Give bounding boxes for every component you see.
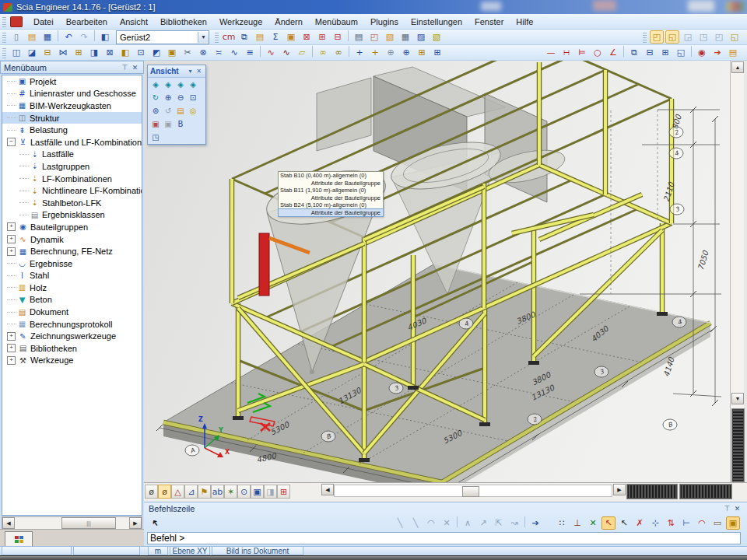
cut-icon[interactable]: ✂ bbox=[181, 46, 195, 59]
crossing-snap-icon[interactable]: ✕ bbox=[586, 516, 600, 530]
undo-icon[interactable]: ↶ bbox=[61, 30, 75, 44]
model-params-icon[interactable]: ⊙ bbox=[237, 485, 251, 499]
percentage-snap-icon[interactable]: ⇅ bbox=[664, 516, 678, 530]
rendered-toggle-icon[interactable]: ø bbox=[158, 485, 171, 499]
grid-points-snap-icon[interactable]: ∷ bbox=[555, 516, 569, 530]
snap-line-icon[interactable]: ╲ bbox=[393, 516, 407, 530]
frame-table-icon[interactable]: ⊞ bbox=[315, 30, 329, 44]
rotation-slider-horizontal-2[interactable] bbox=[679, 484, 732, 499]
rotate-view-icon[interactable]: ↻ bbox=[149, 92, 162, 103]
menu-fenster[interactable]: Fenster bbox=[468, 14, 510, 30]
tree-item-zeichnungswerkzeuge[interactable]: +✎Zeichnungswerkzeuge bbox=[2, 330, 142, 342]
scrollbar-thumb[interactable] bbox=[462, 486, 479, 497]
snap-plane-icon[interactable]: ⇱ bbox=[492, 516, 506, 530]
print-picture-icon[interactable]: ▣ bbox=[162, 118, 174, 130]
snap-direction-icon[interactable]: ↗ bbox=[476, 516, 490, 530]
menu-ändern[interactable]: Ändern bbox=[268, 14, 308, 30]
rib-icon[interactable]: ◩ bbox=[149, 46, 163, 59]
picture-to-gallery-icon[interactable]: ◨ bbox=[264, 485, 277, 499]
command-input[interactable] bbox=[147, 532, 741, 544]
tree-item-struktur[interactable]: ◫Struktur bbox=[2, 112, 142, 124]
tree-item-lastfälle-und-lf-kombinationen[interactable]: −⊻Lastfälle und LF-Kombinationen bbox=[2, 136, 142, 149]
close-icon[interactable]: ✕ bbox=[732, 504, 742, 514]
tree-item-dokument[interactable]: ▤Dokument bbox=[2, 306, 142, 318]
expand-icon[interactable]: + bbox=[7, 222, 16, 231]
print-icon[interactable]: ▤ bbox=[352, 30, 366, 44]
project-window-1-icon[interactable]: ◰ bbox=[650, 30, 664, 44]
expand-icon[interactable]: + bbox=[7, 344, 16, 352]
hinges-icon[interactable]: ⊞ bbox=[72, 46, 86, 59]
scroll-left-icon[interactable]: ◀ bbox=[321, 484, 334, 495]
intersect-icon[interactable]: ⊗ bbox=[196, 46, 210, 59]
expand-icon[interactable]: + bbox=[7, 235, 16, 243]
perspective-cube-icon[interactable]: ◳ bbox=[149, 131, 162, 143]
chevron-down-icon[interactable]: ▼ bbox=[198, 32, 209, 43]
copy-add-icon[interactable]: ⊕ bbox=[384, 46, 398, 59]
toolbar-grip[interactable] bbox=[2, 47, 6, 58]
merge-nodes-icon[interactable]: ⊟ bbox=[40, 46, 54, 59]
snap-delete-icon[interactable]: ✕ bbox=[440, 516, 454, 530]
tree-item-bibliotheken[interactable]: +▤Bibliotheken bbox=[2, 342, 142, 355]
tree-item-lastgruppen[interactable]: ⇣Lastgruppen bbox=[2, 160, 142, 173]
functions-icon[interactable]: Σ bbox=[268, 30, 282, 44]
layers-icon[interactable]: ⧉ bbox=[237, 30, 251, 44]
new-file-icon[interactable]: ▯ bbox=[9, 30, 23, 44]
view-z-icon[interactable]: ◈ bbox=[174, 79, 187, 90]
circle-draw-icon[interactable]: ○ bbox=[591, 46, 605, 59]
move-node-icon[interactable]: ◫ bbox=[9, 46, 23, 59]
grid-lines-snap-icon[interactable]: ⊥ bbox=[570, 516, 584, 530]
zoom-all-icon[interactable]: ⊛ bbox=[149, 105, 162, 117]
tree-item-bim-werkzeugkasten[interactable]: ▦BIM-Werkzeugkasten bbox=[2, 100, 142, 112]
snap-vertex-icon[interactable]: ∧ bbox=[461, 516, 475, 530]
centerline-icon[interactable]: ≡ bbox=[243, 46, 257, 59]
open-project-icon[interactable]: ▤ bbox=[726, 46, 740, 59]
menu-bearbeiten[interactable]: Bearbeiten bbox=[60, 14, 114, 30]
tree-item-ergebnisse[interactable]: ◡Ergebnisse bbox=[2, 257, 142, 270]
picture-to-doc-icon[interactable]: ▣ bbox=[251, 485, 264, 499]
project-combo[interactable]: Gerüst2 ▼ bbox=[116, 30, 209, 44]
catalog-icon[interactable]: ▤ bbox=[253, 30, 267, 44]
endpoint-snap-icon[interactable]: ↖ bbox=[617, 516, 631, 530]
light-icon[interactable]: ◎ bbox=[187, 105, 199, 117]
project-window-2-icon[interactable]: ◱ bbox=[665, 30, 679, 44]
tree-item-belastung[interactable]: ⇟Belastung bbox=[2, 124, 142, 136]
tree-item-ergebnisklassen[interactable]: ▤Ergebnisklassen bbox=[2, 209, 142, 222]
tree-item-nichtlineare-lf-kombinationen[interactable]: ⇣Nichtlineare LF-Kombinationen bbox=[2, 184, 142, 197]
red-line-icon[interactable]: — bbox=[544, 46, 558, 59]
tree-item-dynamik[interactable]: +∿Dynamik bbox=[2, 233, 142, 246]
model-tab[interactable] bbox=[5, 531, 33, 546]
close-icon[interactable]: ✕ bbox=[130, 62, 140, 72]
menu-einstellungen[interactable]: Einstellungen bbox=[405, 14, 468, 30]
zoom-previous-icon[interactable]: ↺ bbox=[162, 105, 174, 117]
menu-ansicht[interactable]: Ansicht bbox=[114, 14, 154, 30]
tree-item-beton[interactable]: ▼Beton bbox=[2, 294, 142, 306]
zoom-in-icon[interactable]: ⊕ bbox=[162, 92, 174, 103]
array-2-icon[interactable]: ⊞ bbox=[430, 46, 444, 59]
snap-line-2-icon[interactable]: ╲ bbox=[409, 516, 423, 530]
project-window-3-icon[interactable]: ◲ bbox=[681, 30, 695, 44]
menu-datei[interactable]: Datei bbox=[27, 14, 60, 30]
add-node-icon[interactable]: + bbox=[352, 46, 366, 59]
chevron-down-icon[interactable]: ▾ bbox=[186, 67, 195, 75]
align-icon[interactable]: ≍ bbox=[212, 46, 226, 59]
cursor-snap-icon[interactable]: ↖ bbox=[601, 516, 615, 530]
scroll-up-icon[interactable]: ▲ bbox=[731, 61, 744, 73]
tile-horizontal-icon[interactable]: ⊟ bbox=[643, 46, 657, 59]
toolbar-grip[interactable] bbox=[2, 32, 6, 43]
scroll-left-icon[interactable]: ◀ bbox=[2, 517, 15, 529]
tree-item-lf-kombinationen[interactable]: ⇣LF-Kombinationen bbox=[2, 173, 142, 185]
tree-item-projekt[interactable]: ▣Projekt bbox=[2, 75, 142, 88]
tree-item-linienraster-und-geschosse[interactable]: #Linienraster und Geschosse bbox=[2, 88, 142, 100]
save-icon[interactable]: ▦ bbox=[40, 30, 54, 44]
tile-vertical-icon[interactable]: ⊞ bbox=[658, 46, 672, 59]
doc-settings-icon[interactable]: ▨ bbox=[414, 30, 428, 44]
opening-icon[interactable]: ▣ bbox=[165, 46, 179, 59]
project-window-5-icon[interactable]: ◰ bbox=[712, 30, 726, 44]
menu-plugins[interactable]: Plugins bbox=[364, 14, 405, 30]
vertical-scrollbar[interactable]: ▲ ▼ bbox=[730, 61, 744, 482]
surfaces-icon[interactable]: △ bbox=[171, 485, 184, 499]
menu-werkzeuge[interactable]: Werkzeuge bbox=[213, 14, 268, 30]
cross-link-icon[interactable]: ◨ bbox=[87, 46, 101, 59]
horizontal-scrollbar[interactable] bbox=[334, 485, 612, 497]
bracket-dim-icon[interactable]: ⊨ bbox=[575, 46, 589, 59]
